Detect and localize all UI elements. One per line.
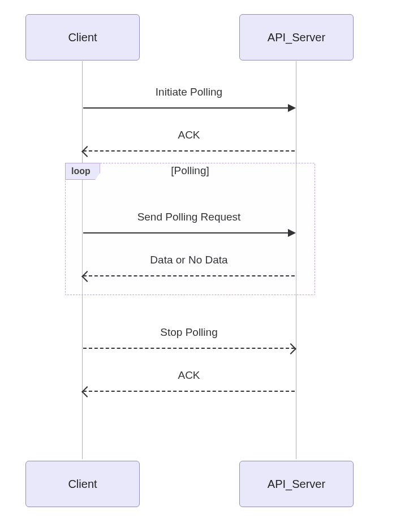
message-label-stop-polling: Stop Polling: [104, 326, 274, 339]
participant-client-bottom: Client: [25, 461, 140, 507]
participant-label: Client: [68, 478, 97, 491]
participant-server-bottom: API_Server: [239, 461, 354, 507]
message-label-ack-2: ACK: [104, 369, 274, 382]
arrow-ack-1: [83, 150, 295, 152]
message-label-data-or-no-data: Data or No Data: [104, 254, 274, 266]
participant-client-top: Client: [25, 14, 140, 60]
loop-title: [Polling]: [66, 165, 315, 177]
message-label-initiate-polling: Initiate Polling: [104, 86, 274, 98]
participant-label: API_Server: [268, 478, 325, 491]
participant-label: API_Server: [268, 31, 325, 44]
participant-label: Client: [68, 31, 97, 44]
sequence-diagram: Client API_Server Initiate Polling ACK l…: [0, 0, 409, 532]
arrow-initiate-polling: [83, 107, 295, 109]
arrow-stop-polling: [83, 348, 295, 349]
arrow-send-polling-request: [83, 232, 295, 233]
message-label-ack-1: ACK: [104, 129, 274, 141]
participant-server-top: API_Server: [239, 14, 354, 60]
arrow-data-or-no-data: [83, 275, 295, 276]
arrow-ack-2: [83, 391, 295, 392]
message-label-send-polling-request: Send Polling Request: [104, 211, 274, 223]
